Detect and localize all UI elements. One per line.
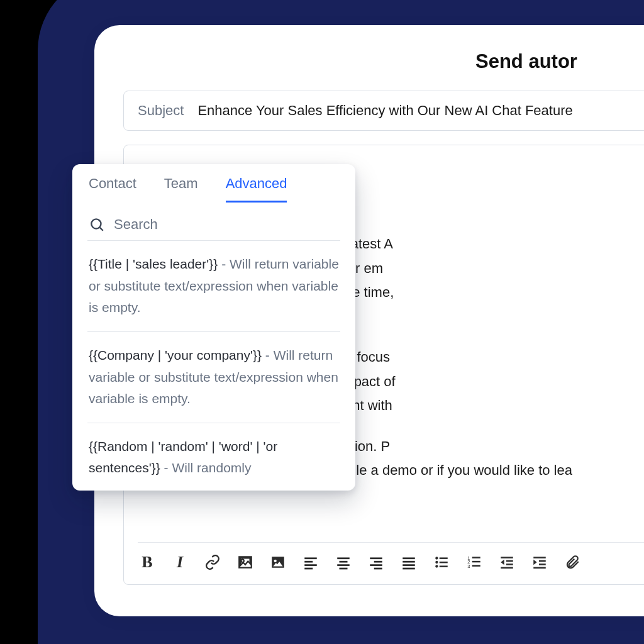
svg-rect-4 [337, 557, 350, 559]
link-icon [204, 554, 221, 570]
paperclip-icon [564, 554, 580, 570]
svg-rect-32 [533, 557, 546, 558]
bullet-list-icon [433, 554, 450, 570]
align-left-button[interactable] [301, 553, 320, 572]
svg-rect-23 [472, 557, 480, 558]
variable-picker-popover: Contact Team Advanced {{Title | 'sales l… [72, 164, 355, 491]
svg-line-37 [99, 227, 103, 230]
svg-rect-21 [440, 565, 448, 567]
svg-rect-27 [472, 565, 480, 566]
svg-rect-9 [374, 561, 382, 563]
outdent-icon [499, 554, 515, 570]
indent-icon [531, 554, 548, 570]
indent-button[interactable] [530, 553, 549, 572]
tab-contact[interactable]: Contact [89, 175, 136, 203]
popover-tabs: Contact Team Advanced [87, 164, 340, 203]
image-filled-button[interactable] [269, 553, 287, 572]
subject-field-row[interactable]: Subject Enhance Your Sales Efficiency wi… [123, 91, 644, 131]
align-right-button[interactable] [367, 553, 386, 572]
svg-rect-8 [370, 557, 382, 559]
svg-rect-30 [506, 564, 513, 565]
svg-rect-28 [501, 557, 513, 558]
svg-rect-34 [539, 564, 546, 565]
image-icon [237, 554, 253, 570]
numbered-list-button[interactable]: 1 2 3 [465, 553, 484, 572]
align-left-icon [303, 554, 319, 570]
svg-rect-25 [472, 561, 480, 562]
align-justify-button[interactable] [399, 553, 418, 572]
variable-item[interactable]: {{Title | 'sales leader'}} - Will return… [87, 241, 340, 332]
align-justify-icon [401, 554, 417, 570]
svg-text:3: 3 [467, 564, 470, 569]
search-icon [89, 216, 105, 233]
svg-rect-6 [337, 564, 350, 566]
svg-rect-2 [304, 564, 317, 566]
svg-rect-3 [304, 568, 313, 570]
svg-rect-11 [374, 568, 382, 570]
variable-item[interactable]: {{Company | 'your company'}} - Will retu… [87, 332, 340, 423]
subject-value[interactable]: Enhance Your Sales Efficiency with Our N… [197, 103, 572, 119]
numbered-list-icon: 1 2 3 [466, 554, 482, 570]
variable-desc: - Will randomly [160, 460, 252, 475]
svg-rect-7 [340, 568, 348, 570]
tab-team[interactable]: Team [164, 175, 198, 203]
svg-rect-5 [340, 561, 348, 563]
align-center-button[interactable] [334, 553, 353, 572]
svg-rect-33 [539, 560, 546, 562]
page-title: Send autor [475, 50, 644, 73]
svg-rect-15 [402, 568, 415, 570]
image-filled-icon [270, 554, 286, 570]
svg-rect-0 [304, 557, 317, 559]
svg-rect-13 [402, 561, 415, 563]
popover-search-row[interactable] [87, 209, 340, 241]
svg-point-20 [435, 565, 438, 567]
svg-rect-35 [533, 567, 546, 569]
svg-point-36 [91, 219, 101, 228]
bold-button[interactable]: B [138, 553, 157, 572]
tab-advanced[interactable]: Advanced [226, 175, 287, 203]
svg-rect-1 [304, 561, 313, 563]
italic-button[interactable]: I [170, 553, 189, 572]
align-center-icon [335, 554, 352, 570]
variable-item[interactable]: {{Random | 'random' | 'word' | 'or sente… [87, 423, 340, 479]
svg-rect-17 [440, 557, 448, 558]
svg-rect-29 [506, 560, 513, 562]
variable-token: {{Title | 'sales leader'}} [89, 257, 218, 271]
svg-point-18 [435, 561, 438, 564]
attachment-button[interactable] [563, 553, 582, 572]
variable-token: {{Company | 'your company'}} [89, 348, 262, 362]
subject-label: Subject [138, 103, 184, 119]
outdent-button[interactable] [497, 553, 516, 572]
svg-rect-12 [402, 557, 415, 559]
svg-point-16 [435, 557, 438, 559]
align-right-icon [368, 554, 384, 570]
image-button[interactable] [236, 553, 255, 572]
link-button[interactable] [203, 553, 222, 572]
bullet-list-button[interactable] [432, 553, 451, 572]
search-input[interactable] [114, 216, 339, 233]
svg-rect-10 [370, 564, 382, 566]
svg-rect-19 [440, 562, 448, 563]
formatting-toolbar: B I [138, 542, 644, 572]
svg-rect-14 [402, 564, 415, 566]
svg-rect-31 [501, 567, 513, 569]
